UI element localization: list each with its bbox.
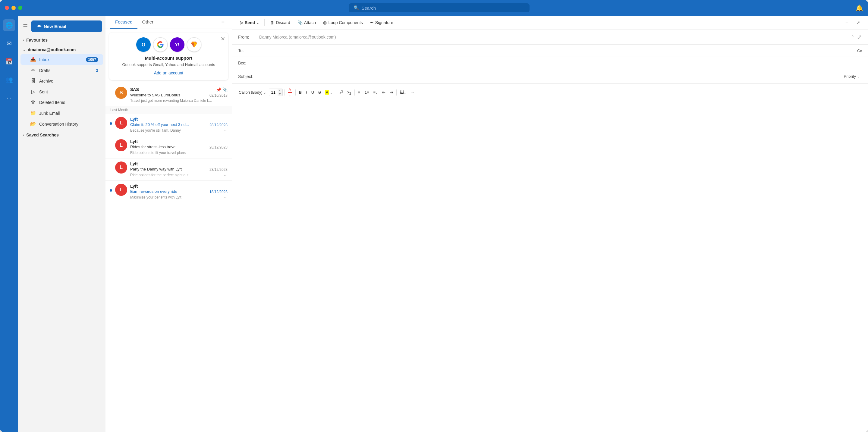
notification-icon[interactable]: 🔔 — [856, 4, 863, 11]
decrease-indent-button[interactable]: ⇤ — [380, 89, 387, 96]
from-value: Danny Maiorca (dmaiorca@outlook.com) — [259, 35, 851, 39]
discard-button[interactable]: 🗑 Discard — [267, 18, 293, 27]
junk-label: Junk Email — [39, 111, 98, 116]
maximize-button[interactable] — [18, 6, 22, 10]
underline-button[interactable]: U — [310, 89, 316, 96]
popout-button[interactable]: ⤢ — [854, 18, 863, 27]
email-sender: Lyft — [130, 139, 138, 144]
collapse-icon[interactable]: ⌃ — [851, 35, 855, 39]
email-preview: Maximize your benefits with Lyft — [130, 195, 181, 199]
mail-icon[interactable]: ✉ — [3, 37, 15, 49]
bullets-button[interactable]: ≡ — [356, 89, 362, 96]
subject-input[interactable] — [261, 74, 839, 79]
strikethrough-button[interactable]: S — [316, 89, 323, 96]
superscript-button[interactable]: x2 — [338, 88, 345, 96]
minimize-button[interactable] — [11, 6, 16, 10]
more-icon[interactable]: ··· — [3, 92, 15, 104]
expand-icon[interactable]: ⤢ — [857, 33, 862, 41]
email-content: Lyft Party the Danny way with Lyft 23/12… — [130, 162, 227, 177]
more-icon[interactable]: ··· — [224, 173, 227, 177]
saved-searches-header[interactable]: › Saved Searches — [18, 131, 105, 139]
sidebar-item-sent[interactable]: ▷ Sent — [21, 87, 103, 97]
numbering-button[interactable]: 1≡ — [363, 89, 371, 96]
sidebar-item-drafts[interactable]: ✏ Drafts 2 — [21, 65, 103, 76]
drafts-icon: ✏ — [30, 67, 36, 73]
color-dropdown-icon[interactable]: ⌄ — [289, 94, 291, 97]
bold-button[interactable]: B — [297, 89, 304, 96]
insert-image-button[interactable]: 🖼⌄ — [398, 89, 408, 96]
image-dropdown-icon[interactable]: ⌄ — [404, 91, 406, 94]
cc-button[interactable]: Cc — [857, 48, 862, 53]
account-email: dmaiorca@outlook.com — [28, 47, 76, 52]
list-item[interactable]: L Lyft Claim it: 20 % off your next 3 ri… — [105, 114, 232, 136]
more-format-button[interactable]: ··· — [409, 89, 415, 96]
sidebar-item-junk[interactable]: 📁 Junk Email — [21, 108, 103, 119]
font-family-select[interactable]: Calibri (Body) ⌄ — [237, 89, 268, 96]
font-size-input[interactable] — [269, 90, 278, 95]
list-item[interactable]: L Lyft Earn rewards on every ride 18/12/… — [105, 181, 232, 203]
yahoo-logo: Y! — [170, 37, 184, 52]
toolbar-divider — [264, 19, 265, 26]
loop-components-button[interactable]: ◎ Loop Components — [320, 18, 366, 27]
list-item[interactable]: L Lyft Party the Danny way with Lyft 23/… — [105, 159, 232, 181]
new-email-button[interactable]: ✏ New Email — [31, 21, 102, 32]
email-sender: Lyft — [130, 117, 138, 122]
inbox-label: Inbox — [39, 57, 83, 62]
italic-button[interactable]: I — [304, 89, 309, 96]
align-dropdown-icon[interactable]: ⌄ — [375, 91, 378, 94]
email-subject: Earn rewards on every ride — [130, 189, 177, 194]
email-content: Lyft Rides for stress-less travel 28/12/… — [130, 139, 227, 155]
sidebar-item-deleted[interactable]: 🗑 Deleted Items — [21, 97, 103, 107]
format-divider — [396, 90, 397, 96]
email-content: SAS 📌 📎 Welcome to SAS EuroBonus 02/10/2… — [130, 87, 227, 103]
archive-label: Archive — [39, 79, 98, 84]
account-header[interactable]: ⌄ dmaiorca@outlook.com — [18, 45, 105, 54]
font-color-button[interactable]: A ⌄ — [286, 86, 294, 99]
font-size-up[interactable]: ▲ — [278, 89, 282, 93]
email-preview: Ride options to fit your travel plans — [130, 151, 186, 155]
send-dropdown-icon: ⌄ — [256, 21, 259, 24]
sidebar-item-history[interactable]: 📂 Conversation History — [21, 119, 103, 129]
filter-icon[interactable]: ≡ — [219, 16, 227, 28]
alignment-button[interactable]: ≡⌄ — [372, 89, 380, 96]
more-icon[interactable]: ··· — [224, 150, 227, 155]
more-icon[interactable]: ··· — [224, 128, 227, 133]
hamburger-button[interactable]: ☰ — [22, 22, 29, 31]
list-item[interactable]: S SAS 📌 📎 Welcome to SAS EuroBonus 02/10… — [105, 84, 232, 106]
people-icon[interactable]: 👥 — [3, 73, 15, 86]
priority-button[interactable]: Priority ⌄ — [841, 73, 862, 80]
signature-button[interactable]: ✒ Signature — [367, 18, 396, 27]
font-size-control[interactable]: ▲ ▼ — [269, 89, 283, 96]
more-icon[interactable]: ··· — [224, 195, 227, 200]
attachment-icon: 📎 — [222, 87, 227, 92]
attach-button[interactable]: 📎 Attach — [294, 18, 319, 27]
highlight-dropdown-icon[interactable]: ⌄ — [330, 91, 333, 94]
search-input[interactable]: 🔍 Search — [349, 3, 530, 12]
favourites-header[interactable]: › Favourites — [18, 36, 105, 44]
font-size-down[interactable]: ▼ — [278, 93, 282, 96]
compose-body[interactable] — [232, 101, 868, 432]
globe-icon[interactable]: 🌐 — [3, 19, 15, 31]
sidebar-item-archive[interactable]: 🗄 Archive — [21, 76, 103, 86]
subject-field: Subject: Priority ⌄ — [232, 69, 868, 84]
to-field[interactable]: To: Cc — [232, 44, 868, 57]
calendar-icon[interactable]: 📅 — [3, 56, 15, 67]
drafts-label: Drafts — [39, 68, 93, 73]
tab-focused[interactable]: Focused — [110, 16, 137, 29]
close-button[interactable] — [5, 6, 9, 10]
saved-searches-section: › Saved Searches — [18, 130, 105, 140]
unread-dot — [110, 189, 112, 192]
list-item[interactable]: L Lyft Rides for stress-less travel 28/1… — [105, 136, 232, 159]
increase-indent-button[interactable]: ⇥ — [388, 89, 395, 96]
add-account-link[interactable]: Add an account — [114, 70, 223, 75]
more-options-button[interactable]: ··· — [841, 18, 851, 27]
favourites-chevron: › — [23, 39, 24, 42]
highlight-button[interactable]: A ⌄ — [323, 89, 334, 96]
promo-description: Outlook supports Gmail, Yahoo and Hotmai… — [114, 62, 223, 67]
send-button[interactable]: ▷ Send ⌄ — [237, 18, 262, 27]
sidebar-item-inbox[interactable]: 📥 Inbox 1057 — [21, 54, 103, 65]
tab-other[interactable]: Other — [137, 16, 158, 29]
subscript-button[interactable]: x2 — [346, 89, 353, 96]
bcc-field[interactable]: Bcc: — [232, 57, 868, 69]
promo-close-button[interactable]: ✕ — [221, 36, 225, 42]
